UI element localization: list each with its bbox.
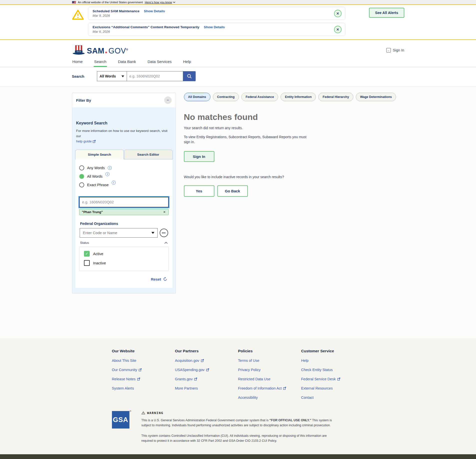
footer-link-privacy-policy[interactable]: Privacy Policy — [238, 368, 301, 372]
caret-down-icon — [121, 75, 124, 77]
tab-simple-search[interactable]: Simple Search — [75, 150, 124, 159]
domain-tabs: All Domains Contracting Federal Assistan… — [184, 93, 404, 101]
domain-tab-all-domains[interactable]: All Domains — [184, 93, 210, 101]
footer-link-release-notes[interactable]: Release Notes — [112, 377, 175, 381]
radio-exact-phrase[interactable] — [79, 182, 84, 187]
chip-remove-icon[interactable]: ✕ — [163, 210, 166, 214]
footer-heading-our-website: Our Website — [112, 349, 175, 353]
help-guide-link[interactable]: help guide — [76, 139, 96, 143]
no-results-text: Your search did not return any results. — [184, 126, 404, 130]
federal-org-combobox[interactable]: Enter Code or Name — [80, 228, 158, 238]
info-icon[interactable]: i — [108, 166, 112, 170]
gsa-registered-mark: ® — [130, 410, 131, 413]
footer-link-terms-of-use[interactable]: Terms of Use — [238, 359, 301, 363]
info-icon[interactable]: i — [112, 181, 116, 185]
alert-close-button[interactable]: ✕ — [334, 26, 342, 33]
checkbox-inactive[interactable] — [84, 260, 90, 266]
radio-any-words[interactable] — [79, 165, 84, 170]
alert-show-details-link[interactable]: Show Details — [204, 25, 225, 29]
footer-link-usaspending-gov[interactable]: USASpending.gov — [175, 368, 238, 372]
search-submit-button[interactable] — [183, 71, 196, 81]
nav-item-help[interactable]: Help — [183, 57, 192, 67]
radio-label-exact-phrase: Exact Phrase — [87, 183, 109, 187]
alert-card: Scheduled SAM Maintenance Show Details M… — [88, 7, 345, 20]
brand-star-icon: ★ — [105, 50, 108, 54]
alert-date: Mar 6, 2026 — [93, 30, 330, 33]
footer-link-system-alerts[interactable]: System Alerts — [112, 386, 175, 390]
nav-item-data-services[interactable]: Data Services — [147, 57, 172, 67]
gov-banner-text: An official website of the United States… — [78, 1, 143, 4]
nav-item-home[interactable]: Home — [72, 57, 83, 67]
domain-tab-contracting[interactable]: Contracting — [213, 93, 239, 101]
filter-panel-title: Filter By — [76, 98, 91, 102]
radio-all-words[interactable] — [79, 174, 84, 179]
alert-show-details-link[interactable]: Show Details — [144, 9, 165, 13]
alert-title: Exclusions “Additional Comments” Content… — [93, 25, 199, 29]
yes-button[interactable]: Yes — [184, 185, 214, 197]
domain-tab-federal-assistance[interactable]: Federal Assistance — [241, 93, 278, 101]
footer-link-more-partners[interactable]: More Partners — [175, 386, 238, 390]
search-mode-select[interactable]: All Words — [97, 71, 127, 81]
search-icon — [187, 74, 192, 79]
footer-link-acquisition-gov[interactable]: Acquisition.gov — [175, 359, 238, 363]
uncle-sam-hat-icon: ★★★ — [72, 45, 85, 55]
brand-sam: SAM — [87, 46, 104, 55]
alert-close-button[interactable]: ✕ — [334, 10, 342, 17]
tab-search-editor[interactable]: Search Editor — [124, 150, 173, 159]
caret-down-icon — [151, 232, 154, 234]
nav-item-data-bank[interactable]: Data Bank — [117, 57, 136, 67]
footer-link-restricted-data-use[interactable]: Restricted Data Use — [238, 377, 301, 381]
top-search-input[interactable] — [127, 71, 183, 81]
warning-title: WARNING — [147, 411, 163, 415]
top-search-bar: Search All Words — [0, 67, 476, 86]
checkbox-label-inactive: Inactive — [93, 261, 106, 265]
domain-tab-entity-information[interactable]: Entity Information — [281, 93, 316, 101]
keyword-chip: "Phan Trung" ✕ — [79, 209, 169, 215]
info-icon[interactable]: i — [105, 172, 109, 176]
footer-link-about-this-site[interactable]: About This Site — [112, 359, 175, 363]
external-link-icon — [206, 368, 209, 371]
alert-card: Exclusions “Additional Comments” Content… — [88, 23, 345, 36]
main-navigation: Home Search Data Bank Data Services Help — [0, 57, 476, 67]
footer-link-federal-service-desk[interactable]: Federal Service Desk — [301, 377, 364, 381]
external-link-icon — [337, 378, 340, 381]
sign-in-button[interactable]: Sign In — [184, 151, 214, 162]
minus-icon: − — [167, 98, 169, 102]
chevron-up-icon[interactable] — [164, 242, 168, 244]
nav-item-search[interactable]: Search — [94, 57, 107, 67]
header-sign-in-link[interactable]: ← Sign In — [386, 48, 404, 52]
svg-text:★: ★ — [76, 51, 78, 52]
footer-link-our-community[interactable]: Our Community — [112, 368, 175, 372]
footer-link-foia[interactable]: Freedom of Information Act — [238, 386, 301, 390]
more-options-button[interactable]: ••• — [160, 229, 168, 237]
reset-filters-link[interactable]: Reset — [81, 277, 167, 281]
go-back-button[interactable]: Go Back — [217, 185, 248, 197]
chevron-down-icon — [173, 1, 175, 3]
footer-link-check-entity-status[interactable]: Check Entity Status — [301, 368, 364, 372]
footer-link-grants-gov[interactable]: Grants.gov — [175, 377, 238, 381]
radio-label-any-words: Any Words — [87, 166, 105, 170]
domain-tab-federal-hierarchy[interactable]: Federal Hierarchy — [318, 93, 353, 101]
sam-gov-logo[interactable]: ★★★ SAM★GOV® — [72, 45, 128, 55]
footer-link-accessibility[interactable]: Accessibility — [238, 396, 301, 400]
footer-heading-policies: Policies — [238, 349, 301, 353]
site-footer: Our Website About This Site Our Communit… — [0, 338, 476, 454]
keyword-search-input[interactable] — [79, 197, 169, 207]
footer-link-help[interactable]: Help — [301, 359, 364, 363]
checkbox-active[interactable]: ✓ — [84, 251, 90, 257]
sign-in-required-text: To view Entity Registrations, Subcontrac… — [184, 134, 310, 145]
footer-link-contact[interactable]: Contact — [301, 396, 364, 400]
warning-paragraph-2: This system contains Controlled Unclassi… — [141, 433, 339, 443]
bottom-footer: SAM.gov An official website of the U.S. … — [0, 454, 476, 459]
alert-title: Scheduled SAM Maintenance — [93, 9, 140, 13]
gov-banner: An official website of the United States… — [0, 0, 476, 5]
warning-outline-icon — [141, 411, 145, 415]
domain-tab-wage-determinations[interactable]: Wage Determinations — [356, 93, 396, 101]
footer-heading-our-partners: Our Partners — [175, 349, 238, 353]
footer-link-external-resources[interactable]: External Resources — [301, 386, 364, 390]
heres-how-you-know-link[interactable]: Here’s how you know — [145, 1, 175, 4]
collapse-filters-button[interactable]: − — [164, 96, 172, 104]
keyword-help-text: For more information on how to use our k… — [76, 129, 167, 138]
refresh-icon — [163, 277, 167, 281]
see-all-alerts-button[interactable]: See All Alerts — [369, 8, 404, 18]
